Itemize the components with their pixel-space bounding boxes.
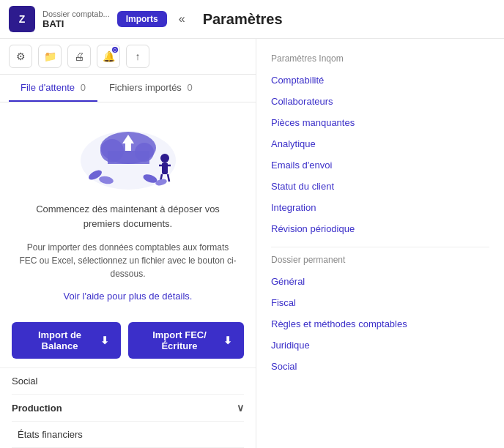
share-icon: ↑	[136, 51, 141, 62]
nav-item[interactable]: Collaborateurs	[271, 91, 489, 112]
dossier-name: BATI	[42, 18, 110, 29]
nav-item[interactable]: Juridique	[271, 335, 489, 356]
section1-label: Paramètres Inqom	[271, 53, 489, 64]
download-icon-2: ⬇	[223, 335, 232, 346]
dossier-label: Dossier comptab...	[42, 10, 110, 18]
import-balance-label: Import de Balance	[23, 329, 96, 351]
main-layout: ⚙ 📁 🖨 🔔 0 ↑ File d'attente 0 Fich	[0, 39, 504, 448]
nav-item[interactable]: Fiscal	[271, 292, 489, 313]
empty-state: Commencez dès maintenant à déposer vos p…	[0, 102, 256, 313]
svg-rect-4	[108, 151, 149, 164]
etats-financiers-item[interactable]: États financiers	[12, 422, 244, 448]
tabs: File d'attente 0 Fichiers importés 0	[0, 75, 256, 102]
help-link[interactable]: Voir l'aide pour plus de détails.	[64, 291, 193, 302]
production-item[interactable]: Production ∨	[12, 395, 244, 422]
page-title: Paramètres	[203, 11, 283, 28]
nav-item[interactable]: Social	[271, 356, 489, 377]
imports-badge[interactable]: Imports	[117, 11, 167, 27]
nav-item[interactable]: Analytique	[271, 133, 489, 154]
folder-icon: 📁	[44, 51, 56, 62]
svg-rect-6	[125, 142, 131, 151]
nav-item[interactable]: Comptabilité	[271, 70, 489, 91]
nav-item[interactable]: Pièces manquantes	[271, 112, 489, 133]
svg-point-7	[160, 154, 169, 163]
nav-item[interactable]: Statut du client	[271, 176, 489, 197]
nav-item[interactable]: Emails d'envoi	[271, 154, 489, 176]
chevron-down-icon: ∨	[237, 402, 244, 414]
nav-list-1: ComptabilitéCollaborateursPièces manquan…	[271, 70, 489, 239]
left-panel: ⚙ 📁 🖨 🔔 0 ↑ File d'attente 0 Fich	[0, 39, 256, 448]
dossier-info: Dossier comptab... BATI	[42, 10, 110, 29]
nav-list-2: GénéralFiscalRègles et méthodes comptabl…	[271, 271, 489, 377]
collapse-button[interactable]: «	[174, 11, 190, 27]
empty-text1: Commencez dès maintenant à déposer vos p…	[18, 202, 238, 231]
share-button[interactable]: ↑	[126, 45, 149, 68]
download-icon-1: ⬇	[100, 335, 109, 346]
svg-rect-8	[162, 163, 168, 174]
print-icon: 🖨	[74, 51, 84, 62]
social-item: Social	[12, 368, 244, 395]
upload-illustration	[70, 120, 187, 193]
import-fec-label: Import FEC/Écriture	[140, 329, 219, 351]
notification-dot: 0	[112, 47, 118, 53]
nav-item[interactable]: Révision périodique	[271, 218, 489, 239]
section2-label: Dossier permanent	[271, 255, 489, 265]
bell-button[interactable]: 🔔 0	[97, 45, 120, 68]
tab2-count: 0	[187, 82, 192, 93]
right-panel: Paramètres Inqom ComptabilitéCollaborate…	[256, 39, 504, 448]
gear-icon: ⚙	[16, 51, 26, 62]
nav-item[interactable]: Général	[271, 271, 489, 292]
import-fec-button[interactable]: Import FEC/Écriture ⬇	[128, 322, 244, 359]
tab1-count: 0	[81, 82, 86, 93]
tab-fichiers-importes[interactable]: Fichiers importés 0	[97, 75, 204, 102]
bottom-section: Social Production ∨ États financiers Rév…	[0, 367, 256, 448]
print-button[interactable]: 🖨	[67, 45, 91, 68]
nav-divider	[271, 247, 489, 247]
app-logo: Z	[9, 6, 35, 32]
topbar: Z Dossier comptab... BATI Imports « Para…	[0, 0, 504, 39]
empty-text2: Pour importer des données comptables aux…	[18, 241, 238, 280]
toolbar: ⚙ 📁 🖨 🔔 0 ↑	[0, 39, 256, 75]
cloud-illustration	[70, 120, 187, 193]
settings-button[interactable]: ⚙	[9, 45, 32, 68]
folder-button[interactable]: 📁	[38, 45, 62, 68]
import-balance-button[interactable]: Import de Balance ⬇	[12, 322, 121, 359]
nav-item[interactable]: Règles et méthodes comptables	[271, 313, 489, 335]
tab-file-attente[interactable]: File d'attente 0	[9, 75, 97, 102]
nav-item[interactable]: Integration	[271, 197, 489, 218]
import-buttons: Import de Balance ⬇ Import FEC/Écriture …	[0, 313, 256, 367]
